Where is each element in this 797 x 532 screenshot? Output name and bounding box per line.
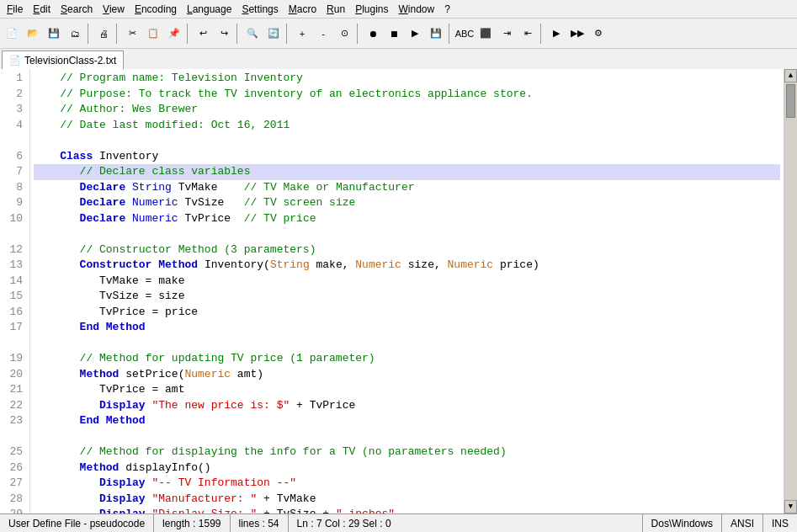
menu-help[interactable]: ? — [439, 2, 455, 17]
tb-replace[interactable]: 🔄 — [263, 24, 284, 44]
code-line-26: Method displayInfo() — [34, 460, 780, 476]
code-line-29: Display "Display Size: " + TvSize + " in… — [34, 507, 780, 513]
line-num-19: 19 — [3, 351, 23, 367]
code-line-11 — [34, 226, 780, 242]
menu-plugins[interactable]: Plugins — [350, 2, 393, 17]
tb-save[interactable]: 💾 — [44, 24, 64, 44]
code-line-28: Display "Manufacturer: " + TvMake — [34, 492, 780, 508]
tb-cut[interactable]: ✂ — [122, 24, 142, 44]
status-insert-label: INS — [772, 518, 789, 529]
status-position: Ln : 7 Col : 29 Sel : 0 — [289, 514, 643, 532]
tb-paste[interactable]: 📌 — [164, 24, 184, 44]
tb-saveall[interactable]: 🗂 — [65, 24, 85, 44]
code-line-19: // Method for updating TV price (1 param… — [34, 351, 780, 367]
line-numbers: 1 2 3 4 6 7 8 9 10 12 13 14 15 16 17 19 … — [0, 69, 30, 513]
menu-macro[interactable]: Macro — [284, 2, 321, 17]
code-line-14: TvMake = make — [34, 274, 780, 290]
line-num-23: 23 — [3, 413, 23, 429]
status-filetype-label: User Define File - pseudocode — [8, 518, 145, 529]
tb-outdent[interactable]: ⇤ — [518, 24, 538, 44]
tb-macro-save[interactable]: 💾 — [426, 24, 446, 44]
line-num-26: 26 — [3, 460, 23, 476]
menu-edit[interactable]: Edit — [28, 2, 56, 17]
code-line-21: TvPrice = amt — [34, 382, 780, 398]
tb-macro-play[interactable]: ▶ — [405, 24, 425, 44]
code-line-12: // Constructor Method (3 parameters) — [34, 242, 780, 258]
tb-macro-record[interactable]: ⏺ — [363, 24, 383, 44]
code-line-24 — [34, 429, 780, 445]
code-line-16: TvPrice = price — [34, 305, 780, 321]
code-line-20: Method setPrice(Numeric amt) — [34, 367, 780, 383]
line-num-20: 20 — [3, 367, 23, 383]
line-num-24 — [3, 429, 23, 445]
menu-view[interactable]: View — [98, 2, 130, 17]
status-filetype: User Define File - pseudocode — [0, 514, 154, 532]
tb-run2[interactable]: ▶▶ — [567, 24, 587, 44]
tb-restore[interactable]: ⊙ — [334, 24, 354, 44]
line-num-11 — [3, 226, 23, 242]
code-line-17: End Method — [34, 320, 780, 336]
tb-zoomin[interactable]: + — [292, 24, 312, 44]
line-num-15: 15 — [3, 289, 23, 305]
tb-zoomout[interactable]: - — [313, 24, 333, 44]
tb-run1[interactable]: ▶ — [546, 24, 566, 44]
tb-copy[interactable]: 📋 — [143, 24, 163, 44]
code-line-15: TvSize = size — [34, 289, 780, 305]
status-encoding-label: ANSI — [731, 518, 754, 529]
code-line-25: // Method for displaying the info for a … — [34, 444, 780, 460]
tab-icon: 📄 — [9, 55, 21, 66]
status-insert: INS — [763, 514, 797, 532]
code-line-4: // Date last modified: Oct 16, 2011 — [34, 118, 780, 134]
code-line-10: Declare Numeric TvPrice // TV price — [34, 211, 780, 227]
menu-search[interactable]: Search — [56, 2, 98, 17]
line-num-6: 6 — [3, 149, 23, 165]
code-line-2: // Purpose: To track the TV inventory of… — [34, 87, 780, 103]
line-num-14: 14 — [3, 274, 23, 290]
code-line-23: End Method — [34, 413, 780, 429]
tab-television[interactable]: 📄 TelevisionClass-2.txt — [2, 51, 124, 69]
line-num-7: 7 — [3, 164, 23, 180]
tb-print[interactable]: 🖨 — [93, 24, 114, 44]
code-line-27: Display "-- TV Information --" — [34, 476, 780, 492]
line-num-21: 21 — [3, 382, 23, 398]
scrollbar-track[interactable] — [784, 82, 797, 500]
code-line-7: // Declare class variables — [34, 164, 780, 180]
tb-new[interactable]: 📄 — [2, 24, 22, 44]
menu-encoding[interactable]: Encoding — [130, 2, 182, 17]
menu-file[interactable]: File — [2, 2, 28, 17]
menu-settings[interactable]: Settings — [236, 2, 283, 17]
tb-settings-tb[interactable]: ⚙ — [588, 24, 608, 44]
tb-undo[interactable]: ↩ — [193, 24, 213, 44]
tb-abc1[interactable]: ABC — [454, 24, 475, 44]
line-num-13: 13 — [3, 258, 23, 274]
scrollbar-up-arrow[interactable]: ▲ — [784, 69, 797, 82]
tb-wrap[interactable]: ⬛ — [476, 24, 496, 44]
code-line-22: Display "The new price is: $" + TvPrice — [34, 398, 780, 414]
line-num-16: 16 — [3, 305, 23, 321]
line-num-25: 25 — [3, 444, 23, 460]
line-num-2: 2 — [3, 87, 23, 103]
tabbar: 📄 TelevisionClass-2.txt — [0, 49, 797, 69]
tb-find[interactable]: 🔍 — [242, 24, 263, 44]
line-num-10: 10 — [3, 211, 23, 227]
tb-open[interactable]: 📂 — [23, 24, 43, 44]
scrollbar-thumb[interactable] — [786, 84, 795, 118]
line-num-4: 4 — [3, 118, 23, 134]
tb-sep1 — [88, 24, 91, 44]
tb-indent[interactable]: ⇥ — [497, 24, 517, 44]
line-num-17: 17 — [3, 320, 23, 336]
vertical-scrollbar[interactable]: ▲ ▼ — [784, 69, 797, 513]
code-area[interactable]: // Program name: Television Inventory //… — [30, 69, 784, 513]
line-num-1: 1 — [3, 71, 23, 87]
code-line-1: // Program name: Television Inventory — [34, 71, 780, 87]
menu-window[interactable]: Window — [394, 2, 440, 17]
menu-run[interactable]: Run — [321, 2, 350, 17]
tb-macro-stop[interactable]: ⏹ — [384, 24, 404, 44]
code-line-9: Declare Numeric TvSize // TV screen size — [34, 195, 780, 211]
status-lines-label: lines : 54 — [239, 518, 279, 529]
tb-redo[interactable]: ↪ — [214, 24, 234, 44]
scrollbar-down-arrow[interactable]: ▼ — [784, 500, 797, 513]
status-encoding: ANSI — [722, 514, 763, 532]
editor-container: 1 2 3 4 6 7 8 9 10 12 13 14 15 16 17 19 … — [0, 69, 797, 513]
menu-language[interactable]: Language — [182, 2, 236, 17]
